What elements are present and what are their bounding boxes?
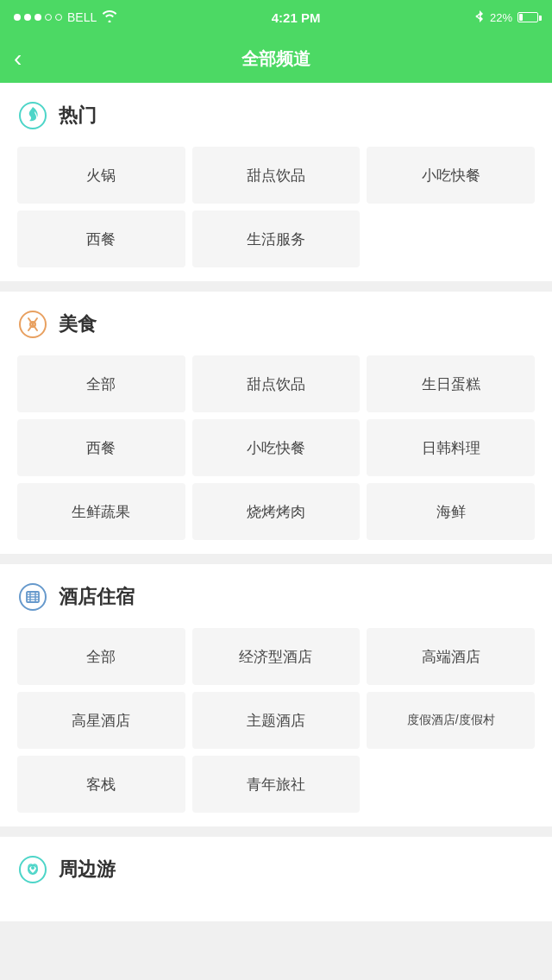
hotel-item-theme[interactable]: 主题酒店: [192, 692, 361, 749]
section-hot: 热门 火锅 甜点饮品 小吃快餐 西餐 生活服务: [0, 83, 552, 281]
content-area: 热门 火锅 甜点饮品 小吃快餐 西餐 生活服务 美食 全部: [0, 83, 552, 921]
status-right: 22%: [474, 9, 538, 26]
section-hot-header: 热门: [17, 100, 535, 131]
section-food-header: 美食: [17, 309, 535, 340]
hot-item-huoguo[interactable]: 火锅: [17, 147, 185, 204]
bluetooth-icon: [474, 9, 485, 26]
food-item-seafood[interactable]: 海鲜: [367, 483, 535, 540]
hot-item-xiaochi[interactable]: 小吃快餐: [367, 147, 535, 204]
hot-item-empty: [367, 210, 535, 267]
food-item-japanese-korean[interactable]: 日韩料理: [367, 419, 535, 476]
food-item-fresh[interactable]: 生鲜蔬果: [17, 483, 185, 540]
status-left: BELL: [14, 10, 117, 25]
hotel-item-economy[interactable]: 经济型酒店: [192, 628, 361, 685]
food-grid: 全部 甜点饮品 生日蛋糕 西餐 小吃快餐 日韩料理 生鲜蔬果 烧烤烤肉 海鲜: [17, 355, 535, 540]
hot-item-xican[interactable]: 西餐: [17, 210, 185, 267]
signal-dots: [14, 14, 62, 21]
section-hot-title: 热门: [59, 103, 97, 129]
food-item-western[interactable]: 西餐: [17, 419, 185, 476]
section-hotel-header: 酒店住宿: [17, 581, 535, 612]
hotel-item-hostel[interactable]: 青年旅社: [192, 756, 361, 813]
wifi-icon: [102, 10, 117, 25]
hot-item-shenghuo[interactable]: 生活服务: [192, 210, 361, 267]
back-button[interactable]: ‹: [14, 47, 22, 71]
nearby-icon: [17, 854, 48, 885]
section-food-title: 美食: [59, 311, 97, 337]
hotel-icon: [17, 581, 48, 612]
section-nearby-header: 周边游: [17, 854, 535, 885]
hotel-item-empty: [367, 756, 535, 813]
nav-bar: ‹ 全部频道: [0, 35, 552, 83]
food-item-birthday-cake[interactable]: 生日蛋糕: [367, 355, 535, 412]
hotel-item-resort[interactable]: 度假酒店/度假村: [367, 692, 535, 749]
flame-icon: [17, 100, 48, 131]
food-item-snacks[interactable]: 小吃快餐: [192, 419, 361, 476]
section-nearby-title: 周边游: [59, 857, 116, 883]
battery-percentage: 22%: [490, 11, 512, 24]
hotel-item-star[interactable]: 高星酒店: [17, 692, 185, 749]
section-hotel-title: 酒店住宿: [59, 584, 135, 610]
status-time: 4:21 PM: [272, 10, 321, 25]
hotel-item-all[interactable]: 全部: [17, 628, 185, 685]
battery-fill: [519, 14, 523, 21]
food-item-all[interactable]: 全部: [17, 355, 185, 412]
dot-5: [55, 14, 62, 21]
food-item-dessert[interactable]: 甜点饮品: [192, 355, 361, 412]
fork-x-icon: [17, 309, 48, 340]
dot-4: [45, 14, 52, 21]
hotel-item-inn[interactable]: 客栈: [17, 756, 185, 813]
status-bar: BELL 4:21 PM 22%: [0, 0, 552, 35]
hotel-grid: 全部 经济型酒店 高端酒店 高星酒店 主题酒店 度假酒店/度假村 客栈 青年旅社: [17, 628, 535, 813]
hotel-item-luxury[interactable]: 高端酒店: [367, 628, 535, 685]
section-nearby: 周边游: [0, 837, 552, 921]
nav-title: 全部频道: [242, 47, 310, 71]
svg-point-16: [31, 866, 34, 870]
hot-grid: 火锅 甜点饮品 小吃快餐 西餐 生活服务: [17, 147, 535, 267]
dot-1: [14, 14, 21, 21]
food-item-bbq[interactable]: 烧烤烤肉: [192, 483, 361, 540]
dot-2: [24, 14, 31, 21]
section-hotel: 酒店住宿 全部 经济型酒店 高端酒店 高星酒店 主题酒店 度假酒店/度假村 客栈…: [0, 564, 552, 826]
hot-item-tiandian[interactable]: 甜点饮品: [192, 147, 361, 204]
dot-3: [34, 14, 41, 21]
battery-icon: [518, 12, 538, 22]
carrier-label: BELL: [67, 10, 97, 24]
section-food: 美食 全部 甜点饮品 生日蛋糕 西餐 小吃快餐 日韩料理 生鲜蔬果 烧烤烤肉 海…: [0, 292, 552, 554]
